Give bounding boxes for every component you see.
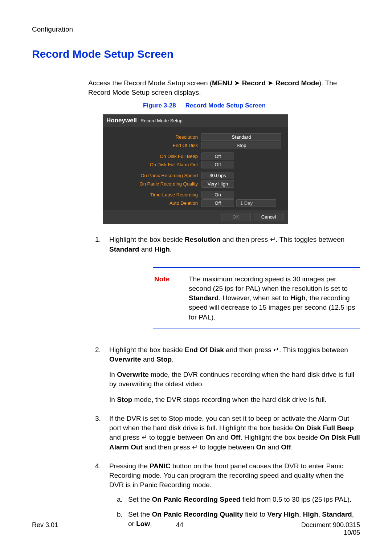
figure-title: Record Mode Setup Screen bbox=[185, 102, 266, 109]
section-header: Configuration bbox=[32, 25, 360, 33]
t: . bbox=[291, 443, 293, 451]
label-resolution: Resolution bbox=[107, 134, 201, 140]
t: Very High bbox=[267, 510, 299, 518]
t: On Disk Full Beep bbox=[295, 424, 354, 432]
t: Set the bbox=[128, 510, 152, 518]
t: Overwrite bbox=[117, 371, 149, 378]
t: and bbox=[139, 245, 154, 253]
note-block: Note The maximum recording speed is 30 i… bbox=[153, 267, 360, 329]
t: Stop bbox=[156, 355, 172, 363]
t: and then press bbox=[220, 236, 270, 243]
arrow-icon: ➤ bbox=[234, 79, 240, 87]
enter-icon: ↵ bbox=[270, 236, 276, 243]
label-panic-speed: On Panic Recording Speed bbox=[107, 173, 201, 178]
figure-caption: Figure 3-28Record Mode Setup Screen bbox=[88, 102, 320, 109]
t: and bbox=[215, 433, 230, 441]
t: Off bbox=[281, 443, 291, 451]
page-title: Record Mode Setup Screen bbox=[32, 48, 360, 60]
t: Resolution bbox=[185, 236, 220, 243]
figure-number: Figure 3-28 bbox=[143, 102, 176, 109]
intro-text: Access the Record Mode Setup screen ( bbox=[88, 79, 212, 87]
brand-logo: Honeywell bbox=[106, 117, 137, 124]
t: In bbox=[109, 371, 117, 378]
field-disk-beep[interactable]: Off bbox=[201, 152, 234, 160]
field-auto-deletion[interactable]: Off bbox=[201, 199, 234, 207]
field-timelapse[interactable]: On bbox=[201, 191, 234, 199]
footer-rev: Rev 3.01 bbox=[32, 521, 58, 537]
t: Highlight the box beside bbox=[109, 346, 185, 354]
t: . However, when set to bbox=[219, 294, 290, 302]
t: On Panic Recording Quality bbox=[152, 510, 243, 518]
t: . This toggles between bbox=[279, 346, 348, 354]
label-disk-beep: On Disk Full Beep bbox=[107, 154, 201, 159]
enter-icon: ↵ bbox=[142, 433, 147, 441]
enter-icon: ↵ bbox=[273, 346, 279, 354]
intro-recordmode: Record Mode bbox=[275, 79, 319, 87]
t: End Of Disk bbox=[185, 346, 224, 354]
step-4a: Set the On Panic Recording Speed field f… bbox=[124, 495, 360, 504]
window-title: Record Mode Setup bbox=[140, 118, 183, 123]
t: and then press bbox=[143, 443, 192, 451]
field-disk-alarm[interactable]: Off bbox=[201, 161, 234, 168]
note-label: Note bbox=[154, 274, 189, 322]
t: and press bbox=[109, 433, 142, 441]
t: , bbox=[299, 510, 303, 518]
note-body: The maximum recording speed is 30 images… bbox=[189, 274, 359, 322]
field-panic-quality[interactable]: Very High bbox=[201, 180, 234, 188]
t: On bbox=[256, 443, 266, 451]
t: and then press bbox=[224, 346, 273, 354]
t: On bbox=[205, 433, 215, 441]
footer-pagenum: 44 bbox=[176, 521, 183, 537]
field-resolution[interactable]: Standard bbox=[201, 133, 281, 141]
t: Highlight the box beside bbox=[109, 236, 185, 243]
window-titlebar: Honeywell Record Mode Setup bbox=[103, 114, 288, 127]
footer-doc: Document 900.0315 bbox=[301, 521, 360, 529]
arrow-icon: ➤ bbox=[268, 79, 273, 87]
step-1: Highlight the box beside Resolution and … bbox=[103, 235, 360, 329]
t: . bbox=[170, 245, 172, 253]
intro-paragraph: Access the Record Mode Setup screen (MEN… bbox=[88, 78, 360, 97]
t: to toggle between bbox=[147, 433, 206, 441]
step-2: Highlight the box beside End Of Disk and… bbox=[103, 345, 360, 404]
ok-button[interactable]: OK bbox=[221, 213, 251, 221]
record-mode-screenshot: Honeywell Record Mode Setup Resolution S… bbox=[103, 114, 288, 224]
t: Set the bbox=[128, 496, 152, 503]
footer-date: 10/05 bbox=[301, 529, 360, 537]
page-footer: Rev 3.01 44 Document 900.0315 10/05 bbox=[32, 519, 360, 537]
steps-list: Highlight the box beside Resolution and … bbox=[88, 235, 360, 529]
field-panic-speed[interactable]: 30.0 ips bbox=[201, 172, 234, 179]
t: to toggle between bbox=[198, 443, 256, 451]
t: Standard bbox=[322, 510, 352, 518]
t: The maximum recording speed is 30 images… bbox=[189, 275, 348, 292]
t: . bbox=[172, 355, 173, 363]
t: Off bbox=[230, 433, 240, 441]
t: field from 0.5 to 30 ips (25 ips PAL). bbox=[240, 496, 351, 503]
t: . Highlight the box beside bbox=[240, 433, 320, 441]
t: High bbox=[290, 294, 306, 302]
t: High bbox=[155, 245, 170, 253]
t: On Panic Recording Speed bbox=[152, 496, 241, 503]
t: Stop bbox=[117, 396, 132, 403]
intro-menu: MENU bbox=[212, 79, 232, 87]
label-panic-quality: On Panic Recording Quality bbox=[107, 181, 201, 187]
step-3: If the DVR is set to Stop mode, you can … bbox=[103, 414, 360, 452]
cancel-button[interactable]: Cancel bbox=[254, 213, 283, 221]
t: field to bbox=[243, 510, 268, 518]
label-auto-deletion: Auto Deletion bbox=[107, 200, 201, 206]
t: . This toggles between bbox=[276, 236, 345, 243]
t: PANIC bbox=[150, 462, 171, 470]
label-end-of-disk: End Of Disk bbox=[107, 143, 201, 148]
field-end-of-disk[interactable]: Stop bbox=[201, 142, 281, 149]
enter-icon: ↵ bbox=[192, 443, 198, 451]
t: and bbox=[266, 443, 281, 451]
t: Standard bbox=[189, 294, 219, 302]
t: In bbox=[109, 396, 117, 403]
label-timelapse: Time-Lapse Recording bbox=[107, 192, 201, 197]
t: Pressing the bbox=[109, 462, 150, 470]
t: Overwrite bbox=[109, 355, 141, 363]
label-disk-alarm: On Disk Full Alarm Out bbox=[107, 162, 201, 167]
field-auto-deletion-period[interactable]: 1 Day bbox=[236, 199, 276, 207]
intro-record: Record bbox=[242, 79, 266, 87]
t: , bbox=[318, 510, 322, 518]
t: mode, the DVR stops recording when the h… bbox=[132, 396, 326, 403]
